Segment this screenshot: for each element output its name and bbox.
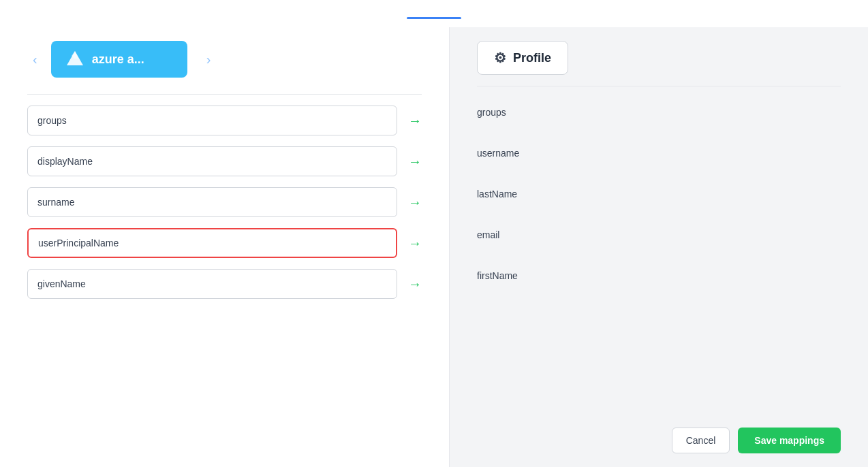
left-divider <box>27 94 422 95</box>
target-label-groups: groups <box>477 107 506 118</box>
gear-icon: ⚙ <box>494 50 506 66</box>
arrow-icon-groups: → <box>408 113 422 129</box>
target-label-firstName: firstName <box>477 270 518 281</box>
right-divider <box>477 86 841 86</box>
save-mappings-button[interactable]: Save mappings <box>738 428 841 453</box>
target-label-username: username <box>477 148 519 159</box>
target-row-lastName: lastName <box>477 179 841 209</box>
arrow-icon-displayName: → <box>408 154 422 170</box>
field-input-displayName[interactable] <box>27 146 397 176</box>
mapping-row-groups: → <box>27 106 422 135</box>
arrow-icon-givenName: → <box>408 276 422 292</box>
target-label-lastName: lastName <box>477 189 517 199</box>
nav-right-button[interactable]: › <box>201 49 217 70</box>
source-badge[interactable]: azure a... <box>51 41 187 78</box>
arrow-icon-userPrincipalName: → <box>408 236 422 251</box>
source-badge-label: azure a... <box>92 52 144 67</box>
target-rows: groups username lastName email firstName <box>477 97 841 417</box>
target-row-username: username <box>477 138 841 168</box>
field-input-groups[interactable] <box>27 106 397 135</box>
mapping-row-userPrincipalName: → <box>27 228 422 258</box>
field-input-givenName[interactable] <box>27 269 397 299</box>
target-label-email: email <box>477 229 499 240</box>
profile-button[interactable]: ⚙ Profile <box>477 41 568 75</box>
mapping-row-surname: → <box>27 187 422 217</box>
target-row-groups: groups <box>477 97 841 127</box>
source-header: ‹ azure a... › <box>27 41 422 78</box>
left-panel: ‹ azure a... › → → → → <box>0 27 450 467</box>
azure-logo-icon <box>65 49 85 69</box>
top-bar <box>0 0 868 27</box>
bottom-actions: Cancel Save mappings <box>477 417 841 453</box>
main-container: ‹ azure a... › → → → → <box>0 27 868 467</box>
profile-button-label: Profile <box>513 51 551 65</box>
field-input-surname[interactable] <box>27 187 397 217</box>
right-panel: ⚙ Profile groups username lastName email… <box>450 27 868 467</box>
target-row-email: email <box>477 220 841 250</box>
mapping-row-givenName: → <box>27 269 422 299</box>
progress-indicator <box>407 17 461 19</box>
nav-left-button[interactable]: ‹ <box>27 49 43 70</box>
cancel-button[interactable]: Cancel <box>672 428 730 453</box>
field-input-userPrincipalName[interactable] <box>27 228 397 258</box>
mapping-row-displayName: → <box>27 146 422 176</box>
arrow-icon-surname: → <box>408 195 422 210</box>
target-row-firstName: firstName <box>477 261 841 291</box>
